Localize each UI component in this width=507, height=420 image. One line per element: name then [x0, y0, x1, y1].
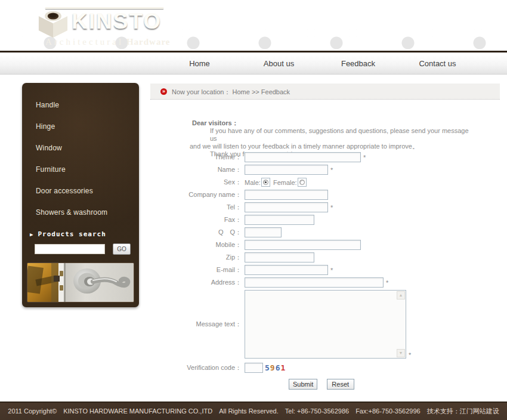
- sidebar-item-window[interactable]: Window: [22, 137, 139, 159]
- logo-tagline-regular: Architectural: [45, 37, 123, 47]
- triangle-right-icon: ▶: [30, 231, 33, 237]
- breadcrumb: » Now your location： Home >> Feedback: [150, 84, 500, 100]
- form-row-email: E-mail： *: [150, 265, 500, 275]
- sidebar-menu: Handle Hinge Window Furniture Door acces…: [22, 83, 139, 223]
- name-input[interactable]: [245, 165, 328, 175]
- radio-circle-icon: [299, 180, 305, 185]
- logo-tagline-bold: Hardware: [126, 37, 171, 47]
- required-marker: *: [409, 351, 411, 359]
- captcha-digit: 1: [280, 363, 286, 372]
- fax-input[interactable]: [245, 215, 314, 225]
- form-row-message: Message text： ▲ ▼ *: [150, 290, 500, 359]
- reset-button[interactable]: Reset: [327, 379, 354, 390]
- door-handle-photo: [27, 262, 134, 302]
- form-row-theme: Theme： *: [150, 152, 500, 162]
- message-label: Message text：: [150, 320, 245, 329]
- scrollbar-up-icon[interactable]: ▲: [397, 291, 405, 299]
- page: KINSTO Architectural Hardware Home About…: [0, 0, 507, 420]
- sidebar-item-furniture[interactable]: Furniture: [22, 159, 139, 180]
- name-label: Name：: [150, 165, 245, 174]
- nut-logo-icon: [37, 8, 69, 38]
- qq-input[interactable]: [245, 227, 282, 237]
- theme-label: Theme：: [150, 153, 245, 162]
- form-row-qq: Q Q：: [150, 227, 500, 237]
- breadcrumb-text: Now your location： Home >> Feedback: [172, 88, 290, 97]
- qq-label: Q Q：: [150, 228, 245, 237]
- form-row-address: Address： *: [150, 277, 500, 288]
- radio-circle-icon: [263, 180, 268, 185]
- header: KINSTO Architectural Hardware: [0, 0, 507, 52]
- message-textarea-wrap: ▲ ▼: [245, 290, 406, 359]
- breadcrumb-arrow-icon: »: [160, 88, 167, 95]
- address-label: Address：: [150, 278, 245, 287]
- intro-salutation: Dear visitors：: [192, 119, 472, 127]
- address-input[interactable]: [245, 277, 384, 288]
- form-row-verification: Verification code： 5961: [150, 363, 500, 373]
- form-row-fax: Fax：: [150, 215, 500, 225]
- nav-item-about-us[interactable]: About us: [239, 54, 319, 75]
- main-nav: Home About us Feedback Contact us: [0, 54, 507, 75]
- company-input[interactable]: [245, 190, 328, 200]
- company-label: Company name：: [150, 190, 245, 199]
- captcha-digit: 5: [265, 363, 270, 372]
- verification-label: Verification code：: [150, 363, 245, 372]
- nav-items: Home About us Feedback Contact us: [160, 54, 477, 75]
- zip-input[interactable]: [245, 252, 314, 262]
- required-marker: *: [363, 154, 366, 161]
- required-marker: *: [330, 267, 333, 274]
- fax-label: Fax：: [150, 215, 245, 224]
- sidebar-item-hinge[interactable]: Hinge: [22, 116, 139, 137]
- nav-item-home[interactable]: Home: [160, 54, 239, 75]
- female-radio[interactable]: [298, 178, 307, 187]
- feedback-form: Theme： * Name： * Sex： Male: Female: Comp…: [150, 152, 500, 390]
- intro-line2: and we will listen to your feedback in a…: [190, 143, 472, 150]
- male-radio[interactable]: [261, 178, 270, 187]
- logo-brand: KINSTO: [72, 9, 162, 34]
- logo[interactable]: KINSTO Architectural Hardware: [37, 4, 174, 50]
- form-row-company: Company name：: [150, 190, 500, 200]
- products-search-title: ▶Products search: [30, 230, 106, 238]
- footer-text: 2011 Copyright© KINSTO HARDWARE MANUFACT…: [0, 403, 507, 420]
- nav-item-feedback[interactable]: Feedback: [319, 54, 398, 75]
- sex-label: Sex：: [150, 178, 245, 187]
- email-input[interactable]: [245, 265, 328, 275]
- message-textarea[interactable]: [245, 290, 406, 359]
- footer: 2011 Copyright© KINSTO HARDWARE MANUFACT…: [0, 402, 507, 420]
- sidebar-item-handle[interactable]: Handle: [22, 94, 139, 116]
- products-search-input[interactable]: [35, 244, 105, 254]
- email-label: E-mail：: [150, 265, 245, 274]
- products-search-label: Products search: [38, 230, 106, 238]
- logo-tagline: Architectural Hardware: [45, 37, 194, 47]
- required-marker: *: [386, 279, 388, 286]
- zip-label: Zip：: [150, 253, 245, 262]
- scrollbar-down-icon[interactable]: ▼: [397, 349, 405, 357]
- form-row-zip: Zip：: [150, 252, 500, 262]
- form-row-name: Name： *: [150, 165, 500, 175]
- sidebar-item-door-accessories[interactable]: Door accessories: [22, 180, 139, 202]
- form-row-mobile: Mobile：: [150, 240, 500, 250]
- intro-line1: If you have any of our comments, suggest…: [210, 127, 472, 143]
- submit-button[interactable]: Submit: [289, 379, 317, 390]
- sidebar: Handle Hinge Window Furniture Door acces…: [22, 83, 139, 307]
- required-marker: *: [330, 204, 333, 211]
- theme-input[interactable]: [245, 152, 361, 162]
- tel-input[interactable]: [245, 202, 328, 212]
- form-buttons: Submit Reset: [289, 378, 500, 390]
- mobile-label: Mobile：: [150, 240, 245, 249]
- male-label: Male:: [245, 179, 261, 186]
- tel-label: Tel：: [150, 203, 245, 212]
- mobile-input[interactable]: [245, 240, 361, 250]
- form-row-tel: Tel： *: [150, 202, 500, 212]
- captcha-digit: 9: [270, 363, 276, 372]
- captcha-code: 5961: [265, 363, 286, 372]
- required-marker: *: [330, 166, 333, 174]
- sidebar-item-showers-washroom[interactable]: Showers & washroom: [22, 202, 139, 223]
- verification-input[interactable]: [245, 363, 263, 373]
- main-content: » Now your location： Home >> Feedback De…: [150, 84, 500, 100]
- form-row-sex: Sex： Male: Female:: [150, 177, 500, 187]
- nav-item-contact-us[interactable]: Contact us: [398, 54, 477, 75]
- female-label: Female:: [273, 179, 297, 186]
- go-button[interactable]: GO: [113, 243, 131, 255]
